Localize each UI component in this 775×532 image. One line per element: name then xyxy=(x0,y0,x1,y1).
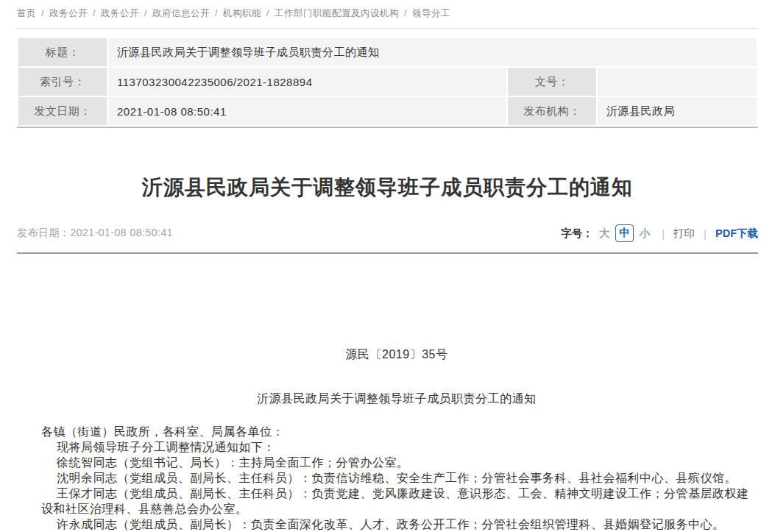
breadcrumb-item-zhengwu-gongkai-1[interactable]: 政务公开 xyxy=(49,8,88,18)
breadcrumb-separator: / xyxy=(93,8,96,18)
breadcrumb-separator: / xyxy=(266,8,269,18)
toolbar-divider: | xyxy=(662,227,665,240)
paragraph-intro: 现将局领导班子分工调整情况通知如下： xyxy=(41,439,752,455)
print-button[interactable]: 打印 xyxy=(673,227,695,241)
breadcrumb-item-current: 领导分工 xyxy=(412,8,450,18)
breadcrumb-separator: / xyxy=(404,8,407,18)
paragraph-wang-baocai: 王保才同志（党组成员、副局长、主任科员）：负责党建、党风廉政建设、意识形态、工会… xyxy=(41,486,752,517)
article-toolbar: 字号： 大 中 小 | 打印 | PDF下载 xyxy=(561,224,758,242)
meta-row-title: 标题： 沂源县民政局关于调整领导班子成员职责分工的通知 xyxy=(18,38,757,66)
document-body: 源民〔2019〕35号 沂源县民政局关于调整领导班子成员职责分工的通知 各镇（街… xyxy=(17,254,752,532)
font-size-label: 字号： xyxy=(561,227,593,241)
pdf-download-button[interactable]: PDF下载 xyxy=(715,227,758,241)
paragraph-shen-mingyu: 沈明余同志（党组成员、副局长、主任科员）：负责信访维稳、安全生产工作；分管社会事… xyxy=(41,470,752,486)
breadcrumb-separator: / xyxy=(144,8,147,18)
breadcrumb-item-functions[interactable]: 机构职能 xyxy=(223,8,261,18)
document-reference-number: 源民〔2019〕35号 xyxy=(41,347,752,362)
doc-number-value xyxy=(598,68,757,96)
issue-date-label: 发文日期： xyxy=(18,97,107,125)
page-title: 沂源县民政局关于调整领导班子成员职责分工的通知 xyxy=(17,175,758,200)
document-paragraphs: 各镇（街道）民政所，各科室、局属各单位： 现将局领导班子分工调整情况通知如下： … xyxy=(41,424,752,532)
breadcrumb-item-home[interactable]: 首页 xyxy=(17,8,36,18)
meta-row-date: 发文日期： 2021-01-08 08:50:41 发布机构： 沂源县民政局 xyxy=(18,97,757,125)
agency-value: 沂源县民政局 xyxy=(598,97,757,125)
breadcrumb-item-zhengwu-gongkai-2[interactable]: 政务公开 xyxy=(101,8,139,18)
breadcrumb: 首页/政务公开/政务公开/政府信息公开/机构职能/工作部门职能配置及内设机构/领… xyxy=(17,0,758,29)
paragraph-xu-tongzhi: 徐统智同志（党组书记、局长）：主持局全面工作；分管办公室。 xyxy=(41,455,752,470)
breadcrumb-separator: / xyxy=(41,8,44,18)
title-label: 标题： xyxy=(18,38,107,66)
font-size-small-button[interactable]: 小 xyxy=(640,227,651,241)
breadcrumb-item-gov-info[interactable]: 政府信息公开 xyxy=(152,8,210,18)
doc-number-label: 文号： xyxy=(508,68,596,96)
agency-label: 发布机构： xyxy=(508,97,596,125)
index-number-label: 索引号： xyxy=(18,68,107,96)
article-meta-row: 发布日期：2021-01-08 08:50:41 字号： 大 中 小 | 打印 … xyxy=(17,222,758,244)
paragraph-salutation: 各镇（街道）民政所，各科室、局属各单位： xyxy=(41,424,752,439)
toolbar-divider: | xyxy=(704,227,707,240)
issue-date-value: 2021-01-08 08:50:41 xyxy=(108,97,506,125)
font-size-medium-button[interactable]: 中 xyxy=(615,224,634,242)
index-number-value: 113703230042235006/2021-1828894 xyxy=(108,68,506,96)
breadcrumb-item-dept-config[interactable]: 工作部门职能配置及内设机构 xyxy=(275,8,399,18)
paragraph-xu-yongcheng: 许永成同志（党组成员、副局长）：负责全面深化改革、人才、政务公开工作；分管社会组… xyxy=(41,517,752,532)
publish-date: 发布日期：2021-01-08 08:50:41 xyxy=(17,227,173,240)
document-inline-title: 沂源县民政局关于调整领导班子成员职责分工的通知 xyxy=(41,391,752,406)
meta-row-index: 索引号： 113703230042235006/2021-1828894 文号： xyxy=(18,68,757,96)
title-value: 沂源县民政局关于调整领导班子成员职责分工的通知 xyxy=(108,38,757,66)
publish-date-label: 发布日期： xyxy=(17,227,71,238)
document-meta-table: 标题： 沂源县民政局关于调整领导班子成员职责分工的通知 索引号： 1137032… xyxy=(17,37,758,128)
font-size-large-button[interactable]: 大 xyxy=(599,227,610,241)
page-container: 首页/政务公开/政务公开/政府信息公开/机构职能/工作部门职能配置及内设机构/领… xyxy=(17,0,758,532)
publish-date-value: 2021-01-08 08:50:41 xyxy=(71,227,174,238)
breadcrumb-separator: / xyxy=(215,8,218,18)
